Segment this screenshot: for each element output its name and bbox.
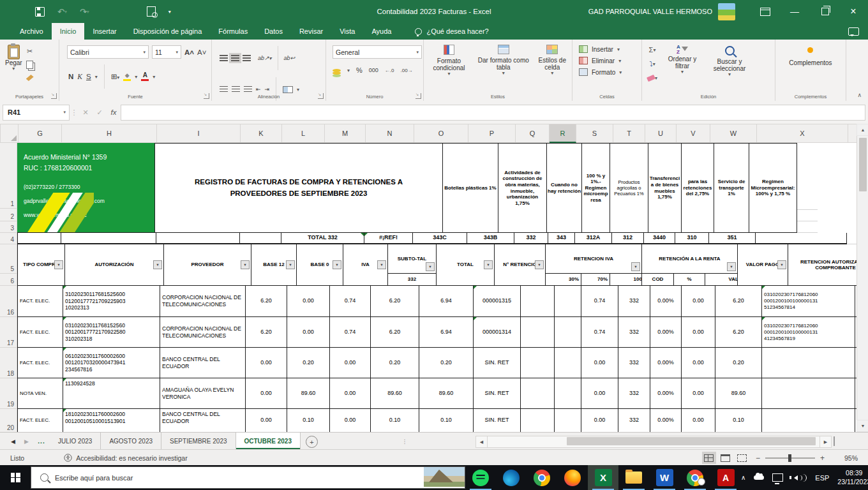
header-transferencia[interactable]: Transferencia de bienes muebles 1,75% [648,143,682,233]
header-regimen-micro[interactable]: 100 % y 1%.- Regimen microempresa [582,143,610,233]
cell-total-332[interactable]: TOTAL 332 [281,233,364,244]
taskbar-word[interactable] [649,465,680,490]
cell-cod[interactable]: 332 [618,317,650,348]
cell-val[interactable]: 0.00 [682,286,715,317]
col-header-i[interactable]: I [157,124,241,143]
hscroll-thumb[interactable] [567,437,816,445]
header-productos-agricolas[interactable]: Productos agricoilas o Pecuarios 1% [610,143,648,233]
sheet-tab-agosto[interactable]: AGOSTO 2023 [101,433,161,450]
cell-base0[interactable]: 0.10 [287,409,330,432]
tab-insertar[interactable]: Insertar [84,23,124,40]
scroll-up-icon[interactable]: ▲ [857,124,868,136]
underline-button[interactable]: S [86,73,91,80]
cell-tipo[interactable]: FACT. ELEC. [17,409,63,432]
restore-button[interactable] [809,0,839,23]
font-color-icon[interactable]: A [141,72,149,81]
formula-input[interactable] [121,105,865,121]
cell-retencion-aut[interactable]: 0310202307176812060 0001200100100000131 … [762,317,855,348]
cell-30[interactable] [521,348,555,378]
cell-blank[interactable] [156,233,240,244]
name-box[interactable]: R41▾ [3,105,70,121]
row-header-17[interactable]: 17 [0,317,17,348]
page-break-view-icon[interactable] [735,452,749,464]
increase-decimal-icon[interactable]: ←.0 [385,68,394,73]
cell-proveedor[interactable]: CORPORACION NACIONAL DE TELECOMUNICACION… [160,286,246,317]
cell-iva[interactable]: 0.74 [330,317,371,348]
cell-code-332[interactable]: 332 [514,233,548,244]
redo-icon[interactable]: ↷▾ [80,6,89,17]
cell-pct[interactable]: 0.00% [650,286,682,317]
cell-code-310[interactable]: 310 [675,233,709,244]
col-header-k[interactable]: K [241,124,282,143]
percent-style-button[interactable]: % [356,66,363,74]
cell-autorizacion[interactable]: 03102023011768152560 0012001777217092258… [63,317,160,348]
cell-base12[interactable]: 6.20 [246,286,287,317]
addins-button[interactable]: Complementos [789,47,832,101]
cell-100[interactable]: 0.00 [581,378,618,409]
col-header-v[interactable]: V [677,124,710,143]
align-top-icon[interactable] [220,55,228,61]
tab-formulas[interactable]: Fórmulas [210,23,256,40]
col-header-u[interactable]: U [645,124,677,143]
volume-icon[interactable] [791,474,807,482]
onedrive-icon[interactable] [754,475,764,480]
taskbar-firefox[interactable] [557,465,588,490]
sheet-nav-left-icon[interactable]: ◀ [6,433,20,450]
taskbar-edge[interactable] [496,465,527,490]
tab-disposicion[interactable]: Disposición de página [125,23,211,40]
cell-blank[interactable] [756,233,847,244]
cell-n-retencion[interactable]: SIN. RET [474,409,521,432]
cell-subtotal[interactable]: 6.20 [371,286,419,317]
row-header-19[interactable]: 19 [0,378,17,409]
col-header-o[interactable]: O [414,124,468,143]
tab-ayuda[interactable]: Ayuda [363,23,400,40]
sub-30[interactable]: 30% [546,274,581,285]
taskbar-file-explorer[interactable] [618,465,649,490]
cell-tipo[interactable]: FACT. ELEC. [17,317,63,348]
cell-val[interactable]: 0.00 [682,348,715,378]
cell-proveedor[interactable]: AMAGUAÑA OLAYA EVELYN VERONICA [160,378,246,409]
grow-font-icon[interactable]: A˄ [184,48,194,56]
tab-splitter[interactable]: ⋮ [400,433,410,450]
cell-blank[interactable] [61,233,156,244]
increase-indent-icon[interactable]: ⇥ [265,86,270,93]
cell-pct[interactable]: 0.00% [650,378,682,409]
cell-100[interactable]: 0.00 [581,348,618,378]
cell-subtotal[interactable]: 89.60 [371,378,419,409]
enter-icon[interactable]: ✓ [93,108,107,117]
insert-cells-button[interactable]: Insertar▾ [579,45,641,57]
account-name[interactable]: GAD PARROQUIAL VALLE HERMOSO [588,8,712,15]
network-icon[interactable] [772,473,783,482]
cut-icon[interactable]: ✂ [26,46,34,56]
orientation-icon[interactable]: ab↗▾ [258,55,272,61]
cell-70[interactable] [555,286,581,317]
cell-styles-button[interactable]: Estilos de celda▾ [533,45,572,101]
zoom-slider-thumb[interactable] [788,454,791,462]
cancel-icon[interactable]: ✕ [79,108,93,117]
number-format-select[interactable]: General▾ [333,45,422,59]
cell-total[interactable]: 6.94 [419,286,474,317]
taskbar-acrobat[interactable] [710,465,741,490]
cell-cod[interactable]: 332 [618,409,650,432]
header-botellas[interactable]: Botellas plásticas 1% [443,143,498,233]
cell-tipo[interactable]: FACT. ELEC. [17,286,63,317]
decrease-indent-icon[interactable]: ⇤ [256,86,261,93]
wrap-text-icon[interactable]: ab↩ [284,55,296,61]
hscroll-left-icon[interactable]: ◀ [475,436,488,448]
cell-base0[interactable]: 0.00 [287,286,330,317]
header-tipo-compro[interactable]: TIPO COMPRO [17,244,65,286]
page-layout-view-icon[interactable] [719,452,733,464]
header-valor-pago[interactable]: VALOR PAGO [738,244,788,286]
cell-cod[interactable]: 332 [618,286,650,317]
cell-total[interactable]: 0.10 [419,409,474,432]
bold-button[interactable]: N [68,73,73,80]
taskbar-chrome-profile[interactable] [680,465,710,490]
conditional-formatting-button[interactable]: Formato condicional▾ [424,45,474,101]
cell-100[interactable]: 0.74 [581,317,618,348]
header-base12[interactable]: BASE 12 [251,244,297,286]
cell-total[interactable]: 6.94 [419,317,474,348]
cell-retencion-aut[interactable] [762,378,855,409]
taskbar-search[interactable]: Escribe aquí para buscar [31,466,465,489]
select-all-corner[interactable] [0,124,19,143]
paste-button[interactable]: Pegar▾ [5,45,22,83]
